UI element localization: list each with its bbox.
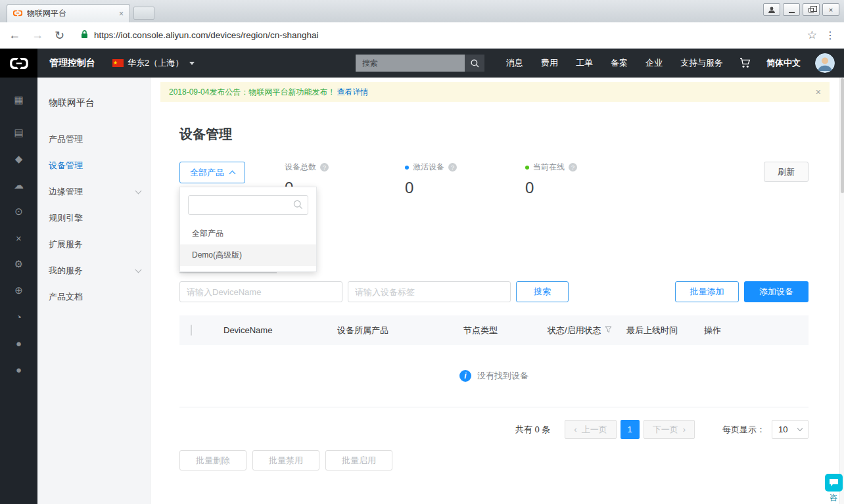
sidebar-item-device-management[interactable]: 设备管理 bbox=[37, 152, 150, 179]
monitor-clock-icon[interactable]: ◔ bbox=[0, 304, 37, 330]
chevron-down-icon bbox=[797, 426, 803, 431]
stat-activated-devices: 激活设备 ? 0 bbox=[405, 162, 525, 197]
tools-x-icon[interactable]: × bbox=[0, 225, 37, 251]
chat-label: 咨 bbox=[824, 492, 843, 503]
search-button[interactable]: 搜索 bbox=[516, 281, 569, 302]
next-chevron-icon: › bbox=[683, 424, 686, 434]
service-dot2-icon[interactable]: ● bbox=[0, 356, 37, 382]
chat-widget[interactable]: 咨 bbox=[824, 474, 843, 503]
apps-grid-icon[interactable]: ▦ bbox=[0, 87, 37, 113]
dropdown-option-all-products[interactable]: 全部产品 bbox=[180, 223, 316, 244]
prev-chevron-icon: ‹ bbox=[574, 424, 576, 434]
col-actions: 操作 bbox=[704, 325, 809, 336]
sidebar-item-rules-engine[interactable]: 规则引擎 bbox=[37, 205, 150, 231]
batch-enable-button[interactable]: 批量启用 bbox=[325, 450, 392, 470]
topnav-item-icp[interactable]: 备案 bbox=[611, 57, 628, 69]
settings-gear-icon[interactable]: ⚙ bbox=[0, 251, 37, 277]
batch-disable-button[interactable]: 批量禁用 bbox=[252, 450, 319, 470]
dropdown-option-demo[interactable]: Demo(高级版) bbox=[180, 244, 316, 266]
announcement-link[interactable]: 查看详情 bbox=[337, 87, 368, 98]
empty-state: i 没有找到设备 bbox=[179, 345, 809, 407]
topnav-item-tickets[interactable]: 工单 bbox=[576, 57, 593, 69]
announcement-close-icon[interactable]: × bbox=[816, 87, 821, 97]
aliyun-logo-icon[interactable] bbox=[0, 49, 37, 78]
browser-menu-icon[interactable]: ⋮ bbox=[825, 29, 835, 41]
address-bar[interactable]: https://iot.console.aliyun.com/devices/r… bbox=[76, 26, 802, 45]
console-list-icon[interactable]: ▤ bbox=[0, 120, 37, 146]
global-search bbox=[356, 55, 484, 72]
add-device-button[interactable]: 添加设备 bbox=[744, 281, 809, 302]
user-avatar[interactable] bbox=[815, 53, 835, 73]
browser-tab[interactable]: 物联网平台 × bbox=[7, 4, 130, 22]
batch-delete-button[interactable]: 批量删除 bbox=[179, 450, 246, 470]
window-controls: × bbox=[763, 3, 839, 16]
current-page-button[interactable]: 1 bbox=[621, 420, 640, 439]
batch-add-button[interactable]: 批量添加 bbox=[675, 281, 739, 302]
next-page-button[interactable]: 下一页 › bbox=[644, 420, 695, 439]
announcement-bar: 2018-09-04发布公告：物联网平台新功能发布！ 查看详情 × bbox=[160, 82, 830, 102]
global-search-input[interactable] bbox=[356, 55, 465, 72]
col-status: 状态/启用状态 bbox=[548, 325, 626, 336]
sidebar-item-product-docs[interactable]: 产品文档 bbox=[37, 284, 150, 310]
china-flag-icon: ★ bbox=[112, 59, 124, 67]
browser-profile-button[interactable] bbox=[763, 3, 780, 16]
reload-button[interactable]: ↻ bbox=[55, 28, 64, 43]
cart-icon[interactable] bbox=[739, 58, 751, 68]
per-page-label: 每页显示： bbox=[722, 424, 765, 436]
products-icon[interactable]: ◆ bbox=[0, 146, 37, 172]
help-question-icon[interactable]: ? bbox=[448, 163, 457, 172]
topnav-item-messages[interactable]: 消息 bbox=[506, 57, 523, 69]
per-page-select[interactable]: 10 bbox=[772, 420, 809, 439]
col-device-name: DeviceName bbox=[223, 325, 337, 335]
green-dot-icon bbox=[525, 166, 529, 170]
bookmark-star-icon[interactable]: ☆ bbox=[807, 28, 817, 42]
product-filter-select[interactable]: 全部产品 bbox=[179, 162, 245, 183]
filter-row: 搜索 批量添加 添加设备 bbox=[179, 281, 809, 302]
help-question-icon[interactable]: ? bbox=[569, 163, 577, 172]
scrollbar[interactable] bbox=[839, 78, 844, 504]
device-name-input[interactable] bbox=[179, 281, 342, 302]
dropdown-search bbox=[188, 195, 308, 215]
chat-bubble-icon[interactable] bbox=[825, 474, 843, 492]
sidebar-item-my-services[interactable]: 我的服务 bbox=[37, 258, 150, 284]
close-button[interactable]: × bbox=[822, 3, 839, 16]
scrollbar-thumb[interactable] bbox=[841, 78, 844, 193]
https-lock-icon bbox=[81, 30, 88, 41]
cloud-compute-icon[interactable]: ⊙ bbox=[0, 198, 37, 225]
filter-funnel-icon[interactable] bbox=[605, 325, 612, 335]
service-dot-icon[interactable]: ● bbox=[0, 330, 37, 356]
new-tab-button[interactable] bbox=[133, 7, 154, 20]
sidebar-item-extended-services[interactable]: 扩展服务 bbox=[37, 231, 150, 258]
stats-group: 设备总数 ? 0 激活设备 ? 0 bbox=[285, 162, 645, 197]
stat-activated-devices-value: 0 bbox=[405, 179, 525, 197]
body-row: ▦ ▤ ◆ ☁ ⊙ × ⚙ ⊕ ◔ ● ● 物联网平台 产品管理 设备管理 边缘… bbox=[0, 78, 844, 504]
select-all-checkbox[interactable] bbox=[191, 325, 192, 336]
sidebar-item-edge-management[interactable]: 边缘管理 bbox=[37, 179, 150, 205]
global-search-button[interactable] bbox=[465, 55, 484, 72]
dropdown-search-input[interactable] bbox=[188, 195, 308, 215]
help-question-icon[interactable]: ? bbox=[320, 163, 329, 172]
tab-close-icon[interactable]: × bbox=[119, 9, 124, 18]
search-icon bbox=[293, 200, 303, 212]
console-home-link[interactable]: 管理控制台 bbox=[49, 57, 95, 69]
maximize-button[interactable] bbox=[803, 3, 820, 16]
language-selector[interactable]: 简体中文 bbox=[766, 57, 801, 69]
topnav-item-enterprise[interactable]: 企业 bbox=[645, 57, 663, 69]
sidebar-item-product-management[interactable]: 产品管理 bbox=[37, 126, 150, 152]
refresh-button[interactable]: 刷新 bbox=[764, 162, 809, 182]
col-last-online: 最后上线时间 bbox=[626, 325, 704, 336]
region-selector[interactable]: ★ 华东2（上海） bbox=[112, 57, 195, 69]
col-node-type: 节点类型 bbox=[463, 325, 548, 336]
device-tag-input[interactable] bbox=[348, 281, 511, 302]
cloud-storage-icon[interactable]: ☁ bbox=[0, 172, 37, 198]
topnav-item-billing[interactable]: 费用 bbox=[541, 57, 558, 69]
main-content: 2018-09-04发布公告：物联网平台新功能发布！ 查看详情 × 设备管理 全… bbox=[151, 78, 844, 504]
batch-actions-row: 批量删除 批量禁用 批量启用 bbox=[179, 450, 809, 470]
network-globe-icon[interactable]: ⊕ bbox=[0, 277, 37, 304]
prev-page-button[interactable]: ‹ 上一页 bbox=[565, 420, 616, 439]
back-button[interactable]: ← bbox=[9, 28, 20, 42]
forward-button[interactable]: → bbox=[32, 28, 43, 42]
blue-dot-icon bbox=[405, 166, 409, 170]
minimize-button[interactable] bbox=[783, 3, 800, 16]
topnav-item-support[interactable]: 支持与服务 bbox=[680, 57, 723, 69]
